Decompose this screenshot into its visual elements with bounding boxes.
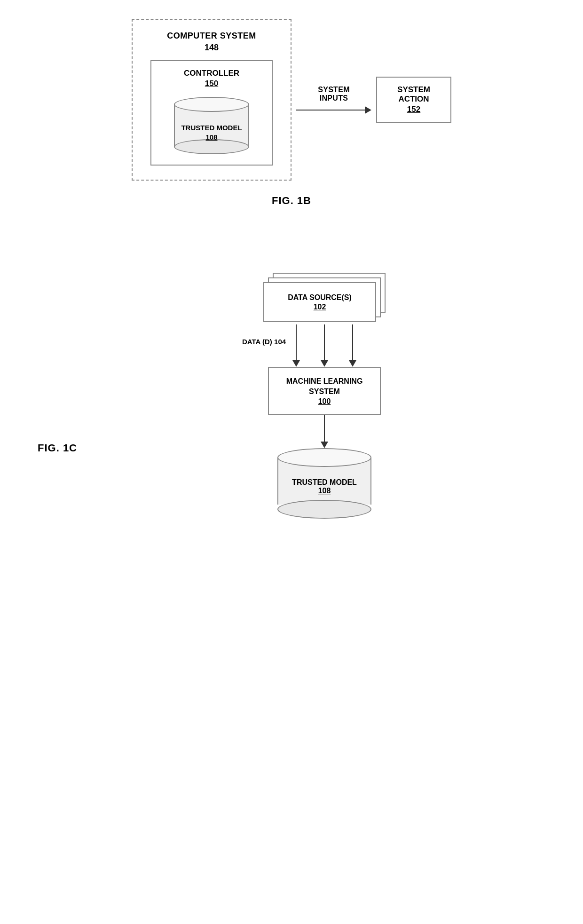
single-arrow-down (321, 415, 328, 448)
fig1c-diagram: DATA SOURCE(S) 102 DATA (D) 104 (103, 273, 545, 519)
arrow-down-1 (292, 324, 300, 367)
ml-system-box: MACHINE LEARNINGSYSTEM 100 (268, 367, 381, 415)
trusted-model-num: 108 (205, 133, 217, 141)
ml-system-num: 100 (283, 397, 366, 406)
computer-system-box: COMPUTER SYSTEM 148 CONTROLLER 150 TRUST… (132, 19, 292, 181)
computer-system-label: COMPUTER SYSTEM (147, 31, 276, 41)
cylinder-top (174, 97, 249, 112)
computer-system-num: 148 (147, 43, 276, 53)
cylinder-1c-bottom (277, 500, 371, 519)
system-action-box: SYSTEMACTION 152 (376, 77, 451, 123)
system-action-num: 152 (386, 105, 441, 114)
cylinder-1c-top (277, 448, 371, 467)
arrow-head-right (365, 106, 371, 114)
data-sources-stack: DATA SOURCE(S) 102 (263, 273, 386, 324)
controller-num: 150 (161, 79, 262, 88)
arrow-line (296, 106, 371, 114)
trusted-model-cylinder: TRUSTED MODEL 108 (174, 97, 249, 153)
data-sources-label: DATA SOURCE(S) (288, 293, 352, 303)
fig1c-section: FIG. 1C DATA SOURCE(S) 102 DATA (D) 104 (0, 254, 583, 547)
controller-label: CONTROLLER (161, 69, 262, 78)
controller-box: CONTROLLER 150 TRUSTED MODEL 108 (150, 60, 273, 166)
fig1b-caption: FIG. 1B (272, 195, 311, 207)
fig1c-caption: FIG. 1C (38, 442, 103, 454)
fig1b-section: COMPUTER SYSTEM 148 CONTROLLER 150 TRUST… (0, 0, 583, 226)
trusted-model-1c-num: 108 (318, 487, 331, 495)
system-action-label: SYSTEMACTION (386, 85, 441, 104)
arrow-down-2 (321, 324, 328, 367)
arrow-shaft (296, 110, 365, 111)
data-label: DATA (D) 104 (242, 338, 286, 346)
cylinder-1c-text: TRUSTED MODEL 108 (282, 478, 367, 495)
page-container: COMPUTER SYSTEM 148 CONTROLLER 150 TRUST… (0, 0, 583, 924)
ml-system-label: MACHINE LEARNINGSYSTEM (283, 376, 366, 397)
trusted-model-text: TRUSTED MODEL (181, 124, 242, 132)
system-inputs-label: SYSTEMINPUTS (318, 86, 350, 103)
trusted-model-1c-cylinder: TRUSTED MODEL 108 (277, 448, 371, 519)
trusted-model-1c-label: TRUSTED MODEL (282, 478, 367, 487)
system-inputs-arrow: SYSTEMINPUTS (292, 86, 376, 114)
cylinder-label: TRUSTED MODEL 108 (179, 123, 244, 142)
data-sources-num: 102 (314, 303, 326, 311)
fig1b-diagram: COMPUTER SYSTEM 148 CONTROLLER 150 TRUST… (132, 19, 451, 181)
arrow-down-3 (349, 324, 356, 367)
data-source-front: DATA SOURCE(S) 102 (263, 282, 376, 322)
